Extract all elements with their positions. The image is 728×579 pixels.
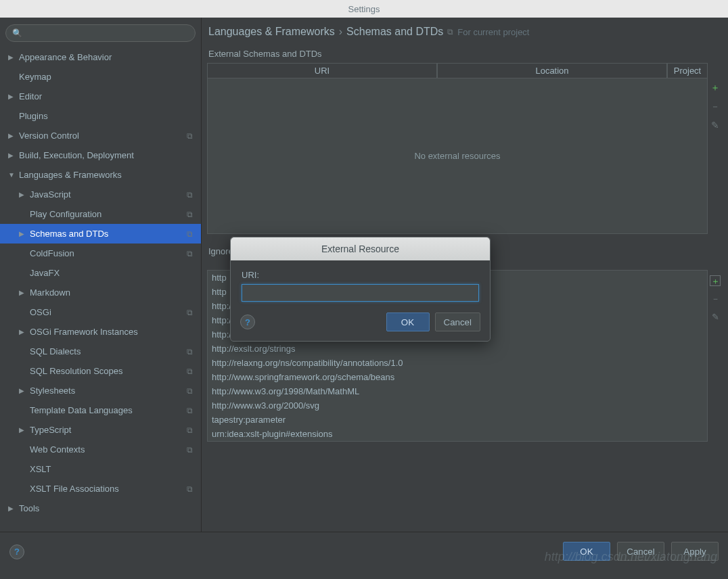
tree-item-typescript[interactable]: ▶TypeScript⧉ (0, 420, 201, 440)
ignored-item[interactable]: urn:idea:xslt-plugin#extensions (208, 427, 707, 441)
tree-item-label: Web Contexts (30, 444, 85, 455)
tree-item-osgi[interactable]: ▶OSGi⧉ (0, 302, 201, 322)
help-button[interactable]: ? (9, 545, 24, 559)
col-location[interactable]: Location (437, 63, 667, 78)
tree-arrow-icon[interactable]: ▶ (19, 328, 27, 335)
tree-arrow-icon[interactable]: ▶ (19, 230, 27, 237)
tree-item-appearance-behavior[interactable]: ▶Appearance & Behavior (0, 47, 201, 67)
apply-button[interactable]: Apply (671, 542, 719, 561)
ignored-item[interactable]: http://relaxng.org/ns/compatibility/anno… (208, 356, 707, 370)
remove-external-button[interactable]: － (710, 101, 720, 113)
tree-item-javafx[interactable]: ▶JavaFX (0, 263, 201, 283)
window-titlebar: Settings (0, 0, 728, 18)
breadcrumb-separator: › (339, 26, 342, 38)
cancel-button[interactable]: Cancel (617, 542, 664, 561)
dialog-cancel-button[interactable]: Cancel (435, 312, 481, 331)
project-scope-icon: ⧉ (447, 27, 453, 37)
dialog-ok-button[interactable]: OK (386, 312, 430, 331)
dialog-uri-input[interactable] (242, 284, 479, 302)
col-project[interactable]: Project (667, 63, 708, 78)
tree-item-label: Plugins (19, 111, 48, 121)
tree-item-label: TypeScript (30, 425, 71, 435)
tree-arrow-icon[interactable]: ▶ (19, 191, 27, 198)
ignored-item[interactable]: http://exslt.org/strings (208, 342, 707, 356)
edit-ignored-button[interactable]: ✎ (712, 312, 719, 322)
tree-arrow-icon[interactable]: ▼ (8, 171, 16, 179)
project-scope-icon: ⧉ (187, 210, 193, 219)
tree-item-keymap[interactable]: ▶Keymap (0, 67, 201, 87)
tree-item-play-configuration[interactable]: ▶Play Configuration⧉ (0, 204, 201, 224)
window-title: Settings (348, 4, 380, 14)
tree-item-sql-resolution-scopes[interactable]: ▶SQL Resolution Scopes⧉ (0, 361, 201, 381)
project-scope-icon: ⧉ (187, 131, 193, 141)
tree-arrow-icon[interactable]: ▶ (19, 387, 27, 394)
tree-item-plugins[interactable]: ▶Plugins (0, 106, 201, 126)
tree-item-label: Appearance & Behavior (19, 52, 112, 62)
tree-item-stylesheets[interactable]: ▶Stylesheets⧉ (0, 381, 201, 400)
tree-item-osgi-framework-instances[interactable]: ▶OSGi Framework Instances (0, 322, 201, 342)
tree-item-label: ColdFusion (30, 248, 74, 258)
project-scope-icon: ⧉ (187, 308, 193, 317)
tree-item-label: Languages & Frameworks (19, 170, 122, 180)
breadcrumb-b[interactable]: Schemas and DTDs (346, 26, 443, 38)
tree-item-languages-frameworks[interactable]: ▼Languages & Frameworks (0, 165, 201, 185)
ignored-item[interactable]: http://www.w3.org/1998/Math/MathML (208, 384, 707, 398)
external-schemas-empty: No external resources (207, 78, 708, 234)
tree-item-markdown[interactable]: ▶Markdown (0, 283, 201, 302)
ignored-item[interactable]: http://www.w3.org/2000/svg (208, 398, 707, 413)
tree-arrow-icon[interactable]: ▶ (19, 289, 27, 296)
tree-arrow-icon[interactable]: ▶ (8, 53, 16, 61)
tree-item-javascript[interactable]: ▶JavaScript⧉ (0, 185, 201, 204)
project-scope-icon: ⧉ (187, 406, 193, 415)
tree-item-label: JavaFX (30, 268, 60, 278)
tree-item-coldfusion[interactable]: ▶ColdFusion⧉ (0, 244, 201, 263)
add-ignored-button[interactable]: ＋ (710, 275, 721, 286)
project-scope-icon: ⧉ (187, 249, 193, 258)
external-schemas-label: External Schemas and DTDs (202, 46, 728, 63)
project-scope-icon: ⧉ (187, 190, 193, 200)
breadcrumb-a[interactable]: Languages & Frameworks (208, 26, 335, 38)
edit-external-button[interactable]: ✎ (711, 120, 719, 131)
search-icon: 🔍 (12, 28, 22, 38)
search-input[interactable] (5, 24, 196, 42)
project-scope-icon: ⧉ (187, 386, 193, 396)
tree-item-version-control[interactable]: ▶Version Control⧉ (0, 126, 201, 145)
tree-item-xslt[interactable]: ▶XSLT (0, 459, 201, 479)
ignored-item[interactable]: tapestry:parameter (208, 413, 707, 427)
external-schemas-table: URI Location Project No external resourc… (207, 63, 708, 234)
tree-item-schemas-and-dtds[interactable]: ▶Schemas and DTDs⧉ (0, 224, 201, 244)
project-scope-icon: ⧉ (187, 367, 193, 376)
tree-item-label: OSGi Framework Instances (30, 327, 138, 337)
project-scope-icon: ⧉ (187, 445, 193, 455)
tree-arrow-icon[interactable]: ▶ (8, 505, 16, 512)
tree-item-label: Tools (19, 503, 39, 513)
tree-item-sql-dialects[interactable]: ▶SQL Dialects⧉ (0, 342, 201, 361)
ignored-item[interactable]: http://www.springframework.org/schema/be… (208, 370, 707, 384)
tree-item-build-execution-deployment[interactable]: ▶Build, Execution, Deployment (0, 145, 201, 165)
dialog-help-button[interactable]: ? (240, 315, 255, 329)
tree-item-web-contexts[interactable]: ▶Web Contexts⧉ (0, 440, 201, 459)
project-scope-icon: ⧉ (187, 229, 193, 239)
tree-item-label: Template Data Languages (30, 405, 133, 415)
ok-button[interactable]: OK (563, 542, 610, 561)
tree-item-template-data-languages[interactable]: ▶Template Data Languages⧉ (0, 400, 201, 420)
remove-ignored-button[interactable]: － (711, 293, 720, 305)
tree-item-label: SQL Resolution Scopes (30, 366, 123, 376)
tree-item-label: Play Configuration (30, 209, 101, 219)
tree-item-label: Markdown (30, 287, 70, 298)
tree-item-label: JavaScript (30, 189, 71, 200)
add-external-button[interactable]: ＋ (710, 82, 720, 94)
tree-item-xslt-file-associations[interactable]: ▶XSLT File Associations⧉ (0, 479, 201, 499)
tree-item-label: Build, Execution, Deployment (19, 150, 134, 160)
settings-footer: ? OK Cancel Apply (0, 532, 728, 571)
tree-arrow-icon[interactable]: ▶ (8, 152, 16, 159)
col-uri[interactable]: URI (207, 63, 437, 78)
tree-arrow-icon[interactable]: ▶ (8, 93, 16, 100)
tree-arrow-icon[interactable]: ▶ (19, 426, 27, 434)
tree-item-editor[interactable]: ▶Editor (0, 87, 201, 106)
tree-item-tools[interactable]: ▶Tools (0, 499, 201, 518)
tree-item-label: OSGi (30, 307, 51, 317)
settings-sidebar: 🔍 ▶Appearance & Behavior▶Keymap▶Editor▶P… (0, 18, 202, 532)
tree-arrow-icon[interactable]: ▶ (8, 132, 16, 139)
tree-item-label: Version Control (19, 131, 79, 141)
